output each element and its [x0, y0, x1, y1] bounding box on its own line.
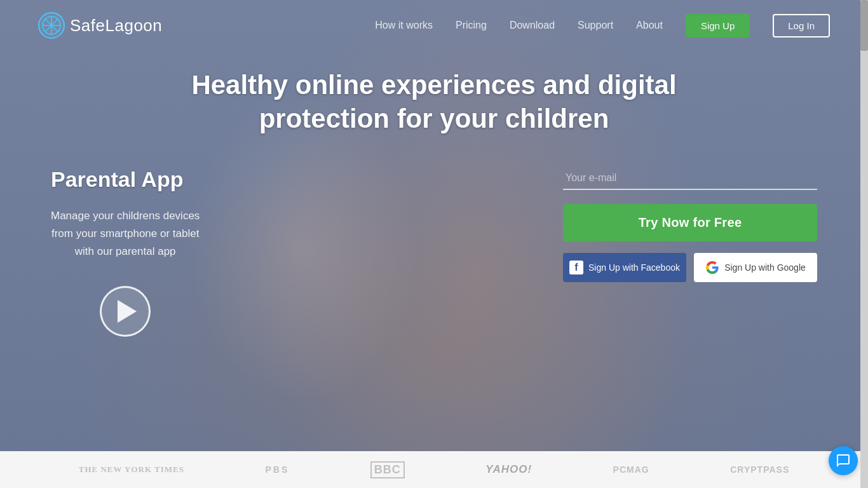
scrollbar[interactable]	[860, 0, 868, 488]
nav-pricing[interactable]: Pricing	[456, 20, 487, 31]
chat-icon	[836, 453, 851, 468]
parental-description: Manage your childrens devicesfrom your s…	[51, 207, 200, 261]
play-icon	[118, 300, 137, 323]
google-button-label: Sign Up with Google	[724, 262, 806, 273]
logo-icon	[38, 12, 65, 39]
facebook-icon: f	[569, 261, 583, 274]
google-icon	[705, 261, 719, 274]
login-button[interactable]: Log In	[773, 14, 830, 37]
social-buttons: f Sign Up with Facebook Sign Up with Goo…	[563, 253, 817, 282]
signup-button[interactable]: Sign Up	[686, 14, 750, 37]
nav-how-it-works[interactable]: How it works	[375, 20, 433, 31]
hero-content: Healthy online experiences and digital p…	[0, 51, 868, 337]
nav-about[interactable]: About	[636, 20, 663, 31]
scrollbar-thumb[interactable]	[860, 0, 868, 51]
chat-widget[interactable]	[829, 446, 858, 475]
google-signup-button[interactable]: Sign Up with Google	[694, 253, 817, 282]
hero-form: Try Now for Free f Sign Up with Facebook	[563, 167, 817, 282]
press-logo-nyt: The New York Times	[79, 464, 184, 475]
parental-app-title: Parental App	[51, 167, 183, 192]
logo-text: SafeLagoon	[70, 16, 162, 36]
nav-support[interactable]: Support	[578, 20, 613, 31]
logo[interactable]: SafeLagoon	[38, 12, 162, 39]
press-logo-pbs: PBS	[265, 464, 289, 475]
press-logos-bar: The New York Times PBS BBC Yahoo! PCMag …	[0, 451, 868, 488]
email-input[interactable]	[563, 167, 817, 190]
hero-headline: Healthy online experiences and digital p…	[148, 69, 720, 135]
facebook-button-label: Sign Up with Facebook	[588, 262, 680, 273]
try-free-button[interactable]: Try Now for Free	[563, 204, 817, 241]
nav-download[interactable]: Download	[510, 20, 555, 31]
press-logo-cryptpass: CryptPass	[730, 464, 789, 475]
play-button[interactable]	[100, 286, 151, 337]
facebook-signup-button[interactable]: f Sign Up with Facebook	[563, 253, 686, 282]
hero-columns: Parental App Manage your childrens devic…	[0, 167, 868, 337]
press-logo-yahoo: Yahoo!	[485, 463, 532, 476]
hero-section: SafeLagoon How it works Pricing Download…	[0, 0, 868, 451]
press-logo-pcmag: PCMag	[613, 464, 649, 475]
hero-left-column: Parental App Manage your childrens devic…	[51, 167, 200, 337]
nav-links: How it works Pricing Download Support Ab…	[375, 14, 830, 37]
press-logo-bbc: BBC	[370, 461, 405, 478]
navbar: SafeLagoon How it works Pricing Download…	[0, 0, 868, 51]
